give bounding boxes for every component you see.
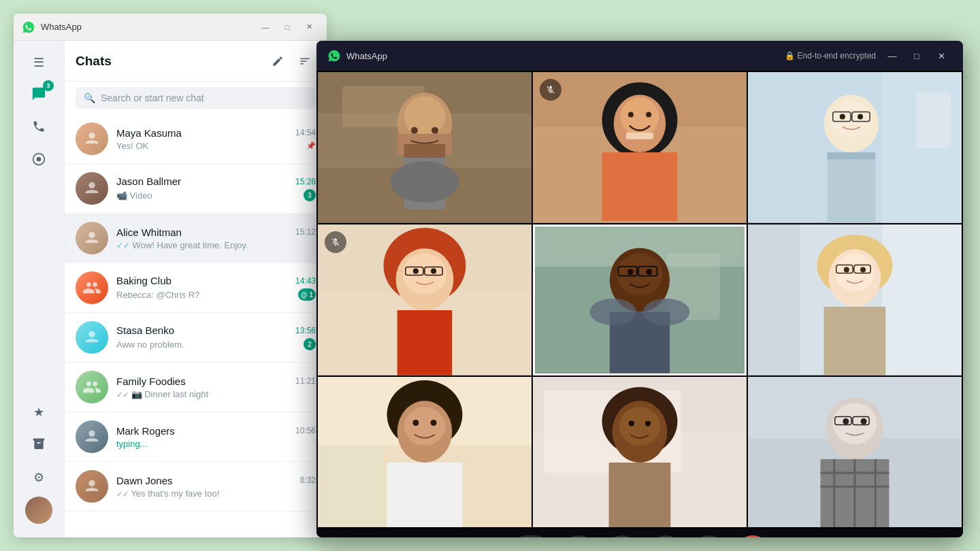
chat-preview-row: Rebecca: @Chris R? @ 1 — [116, 288, 316, 301]
svg-point-80 — [404, 407, 445, 445]
avatar — [76, 222, 108, 254]
end-call-button[interactable] — [736, 535, 769, 537]
video-grid — [316, 71, 963, 529]
chat-info: Baking Club 14:43 Rebecca: @Chris R? @ 1 — [116, 275, 316, 301]
svg-rect-50 — [397, 310, 453, 375]
chat-preview: ✓✓ Wow! Have great time. Enjoy. — [116, 240, 248, 250]
svg-point-99 — [861, 418, 867, 424]
chat-name: Mark Rogers — [116, 425, 175, 437]
search-input[interactable] — [101, 93, 308, 103]
list-item[interactable]: Maya Kasuma 14:54 Yes! OK 📌 — [65, 114, 327, 164]
video-window-title: WhatsApp — [346, 51, 779, 61]
svg-point-81 — [412, 419, 419, 425]
chat-time: 13:56 — [295, 326, 316, 335]
svg-rect-65 — [882, 224, 962, 375]
main-app-window: WhatsApp — □ ✕ ☰ 3 ★ — [14, 14, 327, 537]
svg-rect-66 — [748, 224, 800, 375]
pinned-icon: 📌 — [306, 141, 316, 150]
svg-point-4 — [88, 232, 95, 238]
chat-time: 15:26 — [295, 177, 316, 186]
svg-point-56 — [627, 269, 634, 275]
video-cell — [748, 72, 962, 223]
chat-preview: Rebecca: @Chris R? — [116, 290, 199, 300]
video-feed — [748, 377, 962, 528]
search-wrapper: 🔍 — [76, 87, 316, 109]
sidebar-item-settings[interactable]: ⚙ — [25, 464, 52, 491]
chat-info: Alice Whitman 15:12 ✓✓ Wow! Have great t… — [116, 227, 316, 250]
main-minimize-button[interactable]: — — [256, 20, 275, 34]
chat-info: Jason Ballmer 15:26 📹 Video 3 — [116, 176, 316, 201]
avatar — [76, 122, 108, 155]
avatar — [76, 420, 108, 453]
svg-point-46 — [431, 268, 436, 273]
svg-rect-30 — [917, 93, 951, 148]
chat-name-row: Maya Kasuma 14:54 — [116, 127, 316, 139]
mute-indicator — [325, 231, 346, 253]
chat-preview: typing... — [116, 439, 148, 449]
svg-point-3 — [88, 182, 95, 188]
svg-point-98 — [843, 418, 849, 424]
sidebar-item-archived[interactable] — [25, 431, 52, 458]
chat-name-row: Stasa Benko 13:56 — [116, 324, 316, 336]
status-icon — [32, 152, 46, 169]
list-item[interactable]: Jason Ballmer 15:26 📹 Video 3 — [65, 164, 327, 214]
main-maximize-button[interactable]: □ — [278, 20, 297, 34]
svg-point-34 — [858, 114, 863, 119]
chat-info: Family Foodies 11:21 ✓✓ 📷 Dinner last ni… — [116, 375, 316, 399]
encryption-label: End-to-end encrypted — [798, 51, 876, 61]
chat-preview-row: Aww no problem. 2 — [116, 338, 316, 350]
chat-name-row: Jason Ballmer 15:26 — [116, 176, 316, 187]
video-win-controls: — □ ✕ — [881, 46, 952, 65]
call-controls: 9 — [316, 529, 963, 537]
svg-rect-83 — [387, 462, 463, 527]
video-minimize-button[interactable]: — — [881, 46, 903, 65]
chat-time: 10:56 — [295, 426, 316, 435]
chat-name-row: Alice Whitman 15:12 — [116, 227, 316, 238]
sidebar-item-starred[interactable]: ★ — [25, 399, 52, 426]
chat-time: 8:32 — [300, 475, 316, 485]
chat-preview-row: typing... — [116, 439, 316, 449]
svg-point-25 — [646, 112, 651, 117]
svg-rect-18 — [404, 144, 445, 158]
list-item[interactable]: Alice Whitman 15:12 ✓✓ Wow! Have great t… — [65, 214, 327, 263]
video-maximize-button[interactable]: □ — [906, 46, 928, 65]
screen-share-button[interactable] — [649, 535, 682, 537]
svg-rect-93 — [609, 462, 671, 527]
chat-info: Dawn Jones 8:32 ✓✓ Yes that's my fave to… — [116, 475, 316, 499]
video-cell — [533, 377, 747, 528]
video-toggle-button[interactable] — [562, 535, 595, 537]
chat-preview-row: 📹 Video 3 — [116, 189, 316, 201]
new-chat-button[interactable] — [267, 50, 289, 72]
list-item[interactable]: Baking Club 14:43 Rebecca: @Chris R? @ 1 — [65, 263, 327, 313]
filter-button[interactable] — [294, 50, 316, 72]
svg-point-92 — [645, 420, 651, 426]
sidebar-item-calls[interactable] — [25, 114, 52, 141]
more-options-button[interactable] — [693, 535, 725, 537]
video-cell — [318, 377, 532, 528]
list-item[interactable]: Dawn Jones 8:32 ✓✓ Yes that's my fave to… — [65, 462, 327, 512]
chat-time: 11:21 — [295, 376, 316, 386]
video-feed — [533, 72, 747, 223]
video-close-button[interactable]: ✕ — [930, 46, 952, 65]
chat-name: Maya Kasuma — [116, 127, 182, 139]
svg-point-6 — [88, 431, 95, 437]
search-bar: 🔍 — [65, 82, 327, 114]
mute-button[interactable] — [606, 535, 638, 537]
mute-indicator — [540, 79, 561, 101]
list-item[interactable]: Family Foodies 11:21 ✓✓ 📷 Dinner last ni… — [65, 363, 327, 412]
chat-info: Mark Rogers 10:56 typing... — [116, 425, 316, 449]
svg-point-57 — [646, 269, 652, 275]
user-avatar[interactable] — [25, 497, 52, 524]
avatar — [76, 271, 108, 304]
list-item[interactable]: Stasa Benko 13:56 Aww no problem. 2 — [65, 313, 327, 363]
participants-button[interactable]: 9 — [510, 535, 551, 537]
svg-point-17 — [431, 127, 438, 134]
sidebar-item-menu[interactable]: ☰ — [25, 49, 52, 76]
sidebar-item-status[interactable] — [25, 147, 52, 174]
main-close-button[interactable]: ✕ — [299, 20, 318, 34]
sidebar-item-chats[interactable]: 3 — [25, 82, 52, 109]
list-item[interactable]: Mark Rogers 10:56 typing... — [65, 412, 327, 462]
encryption-badge: 🔒 End-to-end encrypted — [785, 51, 876, 61]
svg-point-55 — [617, 253, 663, 296]
lock-icon: 🔒 — [785, 51, 795, 61]
